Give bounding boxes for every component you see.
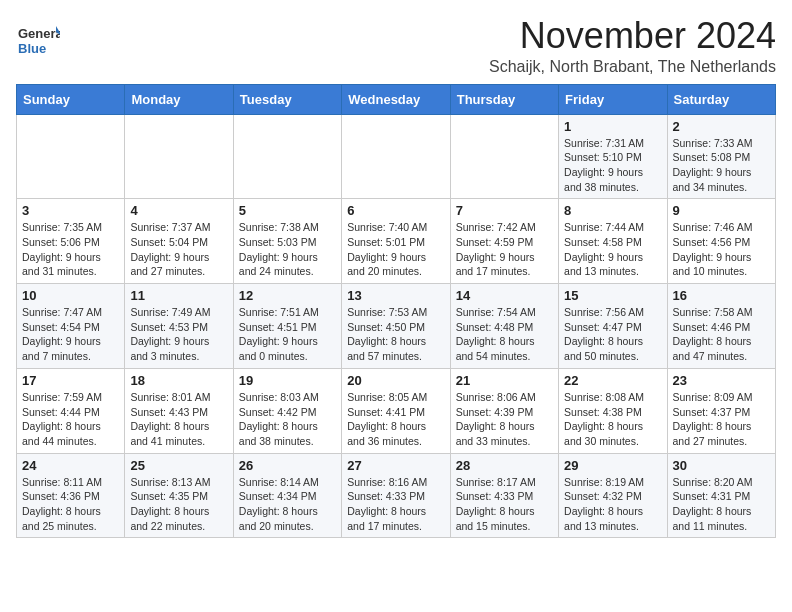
day-number: 28 — [456, 458, 553, 473]
day-cell: 20Sunrise: 8:05 AM Sunset: 4:41 PM Dayli… — [342, 368, 450, 453]
day-cell: 17Sunrise: 7:59 AM Sunset: 4:44 PM Dayli… — [17, 368, 125, 453]
day-info: Sunrise: 7:59 AM Sunset: 4:44 PM Dayligh… — [22, 390, 119, 449]
day-info: Sunrise: 7:31 AM Sunset: 5:10 PM Dayligh… — [564, 136, 661, 195]
day-number: 8 — [564, 203, 661, 218]
day-info: Sunrise: 8:11 AM Sunset: 4:36 PM Dayligh… — [22, 475, 119, 534]
day-number: 9 — [673, 203, 770, 218]
day-cell: 13Sunrise: 7:53 AM Sunset: 4:50 PM Dayli… — [342, 284, 450, 369]
day-number: 22 — [564, 373, 661, 388]
header: General Blue November 2024 Schaijk, Nort… — [16, 16, 776, 76]
day-number: 5 — [239, 203, 336, 218]
day-cell: 5Sunrise: 7:38 AM Sunset: 5:03 PM Daylig… — [233, 199, 341, 284]
week-row-4: 17Sunrise: 7:59 AM Sunset: 4:44 PM Dayli… — [17, 368, 776, 453]
day-info: Sunrise: 8:06 AM Sunset: 4:39 PM Dayligh… — [456, 390, 553, 449]
day-info: Sunrise: 8:09 AM Sunset: 4:37 PM Dayligh… — [673, 390, 770, 449]
day-cell: 15Sunrise: 7:56 AM Sunset: 4:47 PM Dayli… — [559, 284, 667, 369]
day-info: Sunrise: 7:56 AM Sunset: 4:47 PM Dayligh… — [564, 305, 661, 364]
day-cell — [17, 114, 125, 199]
day-info: Sunrise: 7:35 AM Sunset: 5:06 PM Dayligh… — [22, 220, 119, 279]
svg-text:Blue: Blue — [18, 41, 46, 56]
day-number: 24 — [22, 458, 119, 473]
day-info: Sunrise: 7:58 AM Sunset: 4:46 PM Dayligh… — [673, 305, 770, 364]
header-thursday: Thursday — [450, 84, 558, 114]
day-number: 7 — [456, 203, 553, 218]
svg-text:General: General — [18, 26, 60, 41]
day-cell: 25Sunrise: 8:13 AM Sunset: 4:35 PM Dayli… — [125, 453, 233, 538]
day-info: Sunrise: 8:01 AM Sunset: 4:43 PM Dayligh… — [130, 390, 227, 449]
day-info: Sunrise: 8:17 AM Sunset: 4:33 PM Dayligh… — [456, 475, 553, 534]
day-cell — [125, 114, 233, 199]
day-cell: 6Sunrise: 7:40 AM Sunset: 5:01 PM Daylig… — [342, 199, 450, 284]
day-cell — [450, 114, 558, 199]
day-cell: 2Sunrise: 7:33 AM Sunset: 5:08 PM Daylig… — [667, 114, 775, 199]
day-number: 13 — [347, 288, 444, 303]
day-cell: 22Sunrise: 8:08 AM Sunset: 4:38 PM Dayli… — [559, 368, 667, 453]
day-cell — [233, 114, 341, 199]
day-number: 6 — [347, 203, 444, 218]
day-number: 3 — [22, 203, 119, 218]
day-cell: 12Sunrise: 7:51 AM Sunset: 4:51 PM Dayli… — [233, 284, 341, 369]
day-cell: 30Sunrise: 8:20 AM Sunset: 4:31 PM Dayli… — [667, 453, 775, 538]
day-info: Sunrise: 8:08 AM Sunset: 4:38 PM Dayligh… — [564, 390, 661, 449]
day-info: Sunrise: 7:47 AM Sunset: 4:54 PM Dayligh… — [22, 305, 119, 364]
day-number: 1 — [564, 119, 661, 134]
day-info: Sunrise: 8:16 AM Sunset: 4:33 PM Dayligh… — [347, 475, 444, 534]
header-saturday: Saturday — [667, 84, 775, 114]
day-cell: 3Sunrise: 7:35 AM Sunset: 5:06 PM Daylig… — [17, 199, 125, 284]
week-row-5: 24Sunrise: 8:11 AM Sunset: 4:36 PM Dayli… — [17, 453, 776, 538]
header-friday: Friday — [559, 84, 667, 114]
day-cell: 21Sunrise: 8:06 AM Sunset: 4:39 PM Dayli… — [450, 368, 558, 453]
day-cell: 16Sunrise: 7:58 AM Sunset: 4:46 PM Dayli… — [667, 284, 775, 369]
day-number: 14 — [456, 288, 553, 303]
day-number: 29 — [564, 458, 661, 473]
day-number: 20 — [347, 373, 444, 388]
day-cell: 9Sunrise: 7:46 AM Sunset: 4:56 PM Daylig… — [667, 199, 775, 284]
day-cell: 29Sunrise: 8:19 AM Sunset: 4:32 PM Dayli… — [559, 453, 667, 538]
day-cell: 8Sunrise: 7:44 AM Sunset: 4:58 PM Daylig… — [559, 199, 667, 284]
day-cell: 24Sunrise: 8:11 AM Sunset: 4:36 PM Dayli… — [17, 453, 125, 538]
day-cell: 14Sunrise: 7:54 AM Sunset: 4:48 PM Dayli… — [450, 284, 558, 369]
day-info: Sunrise: 8:14 AM Sunset: 4:34 PM Dayligh… — [239, 475, 336, 534]
day-number: 27 — [347, 458, 444, 473]
day-info: Sunrise: 8:20 AM Sunset: 4:31 PM Dayligh… — [673, 475, 770, 534]
day-number: 18 — [130, 373, 227, 388]
day-number: 30 — [673, 458, 770, 473]
day-number: 25 — [130, 458, 227, 473]
day-info: Sunrise: 7:54 AM Sunset: 4:48 PM Dayligh… — [456, 305, 553, 364]
day-cell: 23Sunrise: 8:09 AM Sunset: 4:37 PM Dayli… — [667, 368, 775, 453]
header-monday: Monday — [125, 84, 233, 114]
day-cell: 10Sunrise: 7:47 AM Sunset: 4:54 PM Dayli… — [17, 284, 125, 369]
calendar: SundayMondayTuesdayWednesdayThursdayFrid… — [16, 84, 776, 539]
logo-graphic: General Blue — [16, 20, 60, 64]
day-number: 11 — [130, 288, 227, 303]
title-area: November 2024 Schaijk, North Brabant, Th… — [489, 16, 776, 76]
day-cell: 27Sunrise: 8:16 AM Sunset: 4:33 PM Dayli… — [342, 453, 450, 538]
day-number: 12 — [239, 288, 336, 303]
week-row-3: 10Sunrise: 7:47 AM Sunset: 4:54 PM Dayli… — [17, 284, 776, 369]
day-cell: 7Sunrise: 7:42 AM Sunset: 4:59 PM Daylig… — [450, 199, 558, 284]
header-tuesday: Tuesday — [233, 84, 341, 114]
week-row-2: 3Sunrise: 7:35 AM Sunset: 5:06 PM Daylig… — [17, 199, 776, 284]
calendar-header-row: SundayMondayTuesdayWednesdayThursdayFrid… — [17, 84, 776, 114]
day-info: Sunrise: 7:44 AM Sunset: 4:58 PM Dayligh… — [564, 220, 661, 279]
day-info: Sunrise: 8:03 AM Sunset: 4:42 PM Dayligh… — [239, 390, 336, 449]
day-info: Sunrise: 7:38 AM Sunset: 5:03 PM Dayligh… — [239, 220, 336, 279]
day-cell — [342, 114, 450, 199]
day-cell: 28Sunrise: 8:17 AM Sunset: 4:33 PM Dayli… — [450, 453, 558, 538]
day-number: 10 — [22, 288, 119, 303]
day-info: Sunrise: 7:42 AM Sunset: 4:59 PM Dayligh… — [456, 220, 553, 279]
day-number: 26 — [239, 458, 336, 473]
day-cell: 18Sunrise: 8:01 AM Sunset: 4:43 PM Dayli… — [125, 368, 233, 453]
week-row-1: 1Sunrise: 7:31 AM Sunset: 5:10 PM Daylig… — [17, 114, 776, 199]
day-number: 16 — [673, 288, 770, 303]
day-cell: 26Sunrise: 8:14 AM Sunset: 4:34 PM Dayli… — [233, 453, 341, 538]
day-info: Sunrise: 7:53 AM Sunset: 4:50 PM Dayligh… — [347, 305, 444, 364]
day-info: Sunrise: 8:13 AM Sunset: 4:35 PM Dayligh… — [130, 475, 227, 534]
day-number: 2 — [673, 119, 770, 134]
day-info: Sunrise: 7:40 AM Sunset: 5:01 PM Dayligh… — [347, 220, 444, 279]
day-cell: 1Sunrise: 7:31 AM Sunset: 5:10 PM Daylig… — [559, 114, 667, 199]
day-cell: 19Sunrise: 8:03 AM Sunset: 4:42 PM Dayli… — [233, 368, 341, 453]
day-info: Sunrise: 7:51 AM Sunset: 4:51 PM Dayligh… — [239, 305, 336, 364]
header-wednesday: Wednesday — [342, 84, 450, 114]
month-title: November 2024 — [489, 16, 776, 56]
